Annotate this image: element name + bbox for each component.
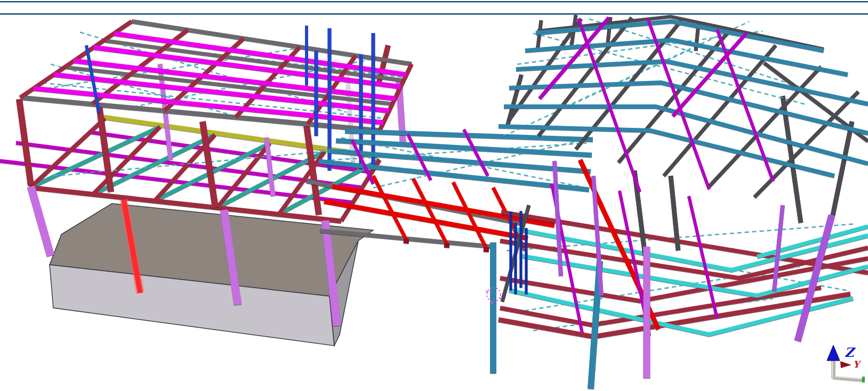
left-building-mid-floor[interactable] (0, 117, 380, 221)
x-axis-tip (862, 377, 865, 382)
z-axis-cone (827, 345, 840, 361)
z-axis-label: Z (845, 345, 856, 360)
left-building-roof[interactable] (20, 21, 412, 131)
y-axis-label: Y (853, 359, 862, 370)
right-building-columns[interactable] (493, 75, 852, 389)
cad-3d-viewport[interactable]: Z Y (0, 0, 868, 391)
model-view-canvas[interactable]: Z Y (0, 0, 868, 391)
window-top-border (0, 1, 868, 15)
y-axis-cone (840, 361, 851, 368)
ucs-axis-indicator: Z Y (827, 345, 865, 382)
